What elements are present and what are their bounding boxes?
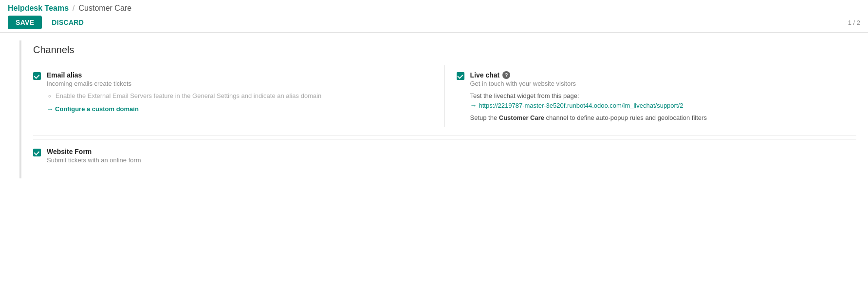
live-chat-subtitle: Get in touch with your website visitors (470, 80, 849, 87)
live-chat-checkbox[interactable] (457, 72, 464, 80)
live-chat-checkbox-checked[interactable] (457, 72, 464, 80)
channel-website-form: Website Form Submit tickets with an onli… (33, 139, 856, 174)
live-chat-title: Live chat ? (470, 71, 849, 79)
email-alias-checkbox[interactable] (33, 72, 41, 80)
pagination: 1 / 2 (848, 19, 860, 26)
discard-button[interactable]: DISCARD (46, 16, 90, 29)
breadcrumb: Helpdesk Teams / Customer Care (0, 0, 868, 13)
email-alias-subtitle: Incoming emails create tickets (47, 80, 437, 87)
website-form-checkbox-checked[interactable] (33, 149, 41, 156)
main-content: Channels Email alias Incoming emails cre… (0, 33, 868, 186)
breadcrumb-separator: / (73, 4, 74, 13)
website-form-subtitle: Submit tickets with an online form (47, 156, 849, 164)
live-chat-info: Live chat ? Get in touch with your websi… (470, 71, 849, 121)
website-form-info: Website Form Submit tickets with an onli… (47, 148, 849, 169)
section-separator (33, 135, 856, 135)
channels-grid: Email alias Incoming emails create ticke… (33, 65, 856, 127)
configure-custom-domain-label: Configure a custom domain (55, 105, 139, 113)
email-alias-note: ⚬ Enable the External Email Servers feat… (47, 92, 437, 100)
content-area: Channels Email alias Incoming emails cre… (21, 40, 868, 178)
channel-email-alias: Email alias Incoming emails create ticke… (33, 65, 445, 127)
toolbar-actions: SAVE DISCARD (8, 16, 90, 29)
live-chat-setup-text: Setup the Customer Care channel to defin… (470, 114, 849, 121)
email-alias-note-text: Enable the External Email Servers featur… (55, 92, 321, 99)
website-form-checkbox[interactable] (33, 149, 41, 156)
live-chat-test-label: Test the livechat widget from this page: (470, 92, 849, 99)
section-title: Channels (33, 44, 856, 56)
live-chat-url-row: → https://2219787-master-3e520f.runbot44… (470, 101, 849, 109)
live-chat-setup-suffix: channel to define auto-popup rules and g… (544, 114, 707, 121)
configure-custom-domain-link[interactable]: → Configure a custom domain (47, 105, 437, 113)
email-alias-title: Email alias (47, 71, 437, 79)
email-alias-checkbox-checked[interactable] (33, 72, 41, 80)
lightbulb-icon: ⚬ (47, 93, 53, 100)
website-form-title: Website Form (47, 148, 849, 155)
email-alias-info: Email alias Incoming emails create ticke… (47, 71, 437, 113)
live-chat-setup-channel: Customer Care (499, 114, 544, 121)
live-chat-url-link[interactable]: https://2219787-master-3e520f.runbot44.o… (479, 102, 683, 109)
live-chat-title-text: Live chat (470, 71, 500, 79)
live-chat-setup-prefix: Setup the (470, 114, 499, 121)
toolbar: SAVE DISCARD 1 / 2 (0, 13, 868, 33)
arrow-icon: → (47, 105, 53, 113)
channel-live-chat: Live chat ? Get in touch with your websi… (445, 65, 857, 127)
breadcrumb-parent-link[interactable]: Helpdesk Teams (8, 4, 69, 13)
save-button[interactable]: SAVE (8, 16, 42, 29)
live-chat-url-arrow: → (470, 101, 477, 109)
breadcrumb-current: Customer Care (79, 4, 131, 13)
live-chat-help-icon[interactable]: ? (502, 71, 510, 79)
